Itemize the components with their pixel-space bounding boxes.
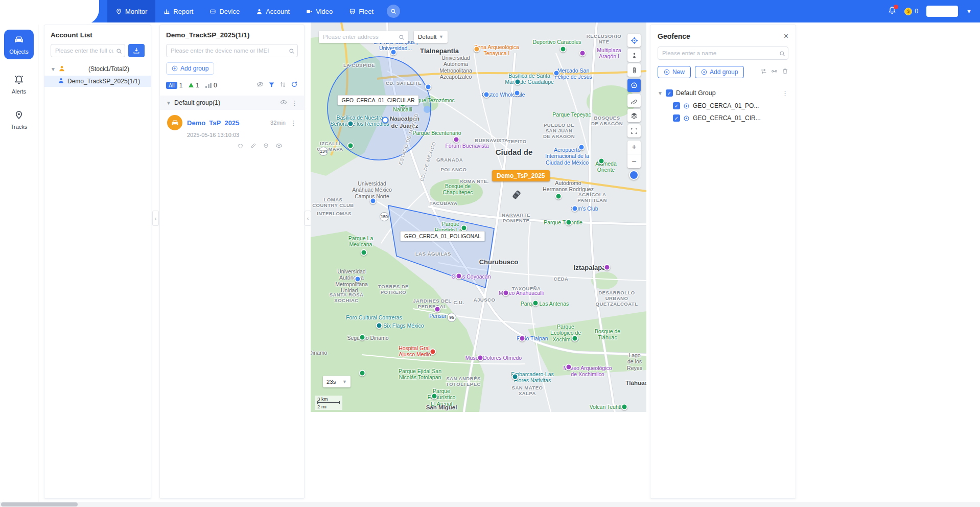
road-shield-label: 134 [319, 147, 328, 156]
search-icon [289, 47, 295, 56]
nav-monitor[interactable]: Monitor [107, 0, 155, 22]
fit-view-button[interactable] [627, 124, 641, 137]
nav-account[interactable]: Account [248, 0, 298, 22]
collapse-device-panel-handle[interactable]: ‹ [305, 211, 311, 226]
sidebar-item-alerts[interactable]: Alerts [0, 75, 38, 95]
nav-device[interactable]: Device [201, 0, 248, 22]
edit-pencil-icon[interactable] [250, 142, 256, 151]
geofence-panel: Geofence × New Add group ▼ [650, 25, 796, 499]
geofence-checkbox-checked[interactable]: ✓ [673, 102, 680, 109]
tree-collapse-caret-icon[interactable]: ▼ [51, 66, 56, 72]
add-group-label: Add group [180, 65, 208, 72]
map-address-search-input[interactable] [319, 31, 408, 43]
transfer-icon[interactable] [760, 67, 767, 77]
device-list-panel: Demo_TrackSP_2025(1/1) Add group All 1 1… [159, 25, 305, 499]
geofence-list-item[interactable]: ✓ GEO_CERCA_01_PO... [658, 100, 788, 112]
device-search-input[interactable] [166, 44, 298, 57]
scrollbar-thumb[interactable] [1, 502, 78, 506]
filter-funnel-icon[interactable] [268, 81, 275, 89]
geofence-circle-icon [683, 115, 690, 122]
geofence-group-more-icon[interactable]: ⋮ [782, 90, 788, 97]
account-tree-root[interactable]: ▼ (Stock1/Total2) [51, 63, 145, 75]
app-logo [0, 0, 99, 25]
refresh-interval-value: 23s [326, 379, 336, 385]
hide-devices-icon[interactable] [256, 81, 264, 89]
map-poi-green-icon [361, 249, 367, 256]
device-more-menu-icon[interactable]: ⋮ [290, 120, 297, 126]
nav-fleet[interactable]: Fleet [341, 0, 382, 22]
group-collapse-caret-icon[interactable]: ▼ [166, 100, 171, 106]
map-poi-purple-icon [604, 264, 611, 271]
map-canvas[interactable]: TlalnepantlaCD. SATÉLITENaucalpan de Juá… [311, 22, 646, 412]
device-filter-bar: All 1 1 0 [166, 81, 298, 89]
street-view-button[interactable] [627, 49, 641, 62]
user-menu[interactable] [926, 6, 958, 17]
sidebar-item-objects[interactable]: Objects [4, 30, 34, 59]
account-list-panel: Account List ▼ (Stock1/Total2) Demo_Trac… [44, 25, 151, 499]
zoom-out-button[interactable]: − [627, 154, 641, 168]
group-more-menu-icon[interactable]: ⋮ [291, 100, 298, 106]
user-menu-caret-icon[interactable]: ▼ [966, 8, 972, 14]
map-poi-blue-icon [553, 70, 560, 77]
filter-all-badge[interactable]: All [166, 82, 177, 89]
group-visibility-eye-icon[interactable] [280, 99, 287, 107]
geofence-group-label: Default Group [676, 89, 716, 97]
collapse-account-panel-handle[interactable]: ‹ [152, 211, 159, 226]
nav-report[interactable]: Report [155, 0, 201, 22]
geofence-tool-button[interactable] [627, 79, 641, 92]
map-poi-green-icon [347, 143, 354, 149]
traffic-button[interactable] [627, 63, 641, 77]
add-geofence-group-button[interactable]: Add group [695, 66, 744, 78]
follow-vehicle-button[interactable] [629, 170, 639, 180]
balance-indicator[interactable]: $ 0 [904, 8, 918, 15]
import-account-button[interactable] [128, 44, 145, 57]
favorite-heart-icon[interactable] [237, 142, 244, 151]
geofence-circle-shape[interactable] [328, 57, 431, 160]
vehicle-map-label[interactable]: Demo_TsP_2025 [492, 170, 550, 181]
group-checkbox-checked[interactable]: ✓ [666, 89, 673, 97]
nav-search-button[interactable] [387, 5, 400, 18]
nav-video[interactable]: Video [298, 0, 341, 22]
signal-bars-icon[interactable] [205, 83, 212, 88]
scale-bar [317, 402, 340, 403]
geofence-search-input[interactable] [658, 47, 788, 60]
customer-search-input[interactable] [51, 44, 125, 57]
locate-button[interactable] [627, 34, 641, 47]
moving-status-icon[interactable] [189, 83, 194, 87]
sidebar-item-tracks[interactable]: Tracks [0, 110, 38, 130]
filter-offline-count: 0 [214, 82, 217, 89]
add-group-button[interactable]: Add group [166, 62, 214, 75]
vehicle-marker[interactable] [511, 189, 522, 202]
monitor-eye-icon[interactable] [275, 142, 283, 151]
map-poi-green-icon [560, 46, 567, 53]
account-tree-item-selected[interactable]: Demo_TrackSP_2025(1/1) [44, 76, 151, 87]
layers-button[interactable] [627, 109, 641, 122]
delete-trash-icon[interactable] [782, 67, 788, 77]
geofence-checkbox-checked[interactable]: ✓ [673, 114, 680, 122]
horizontal-scrollbar[interactable] [0, 502, 980, 507]
close-icon[interactable]: × [784, 32, 788, 40]
map-poi-green-icon [566, 219, 572, 226]
device-list-item[interactable]: Demo_TsP_2025 32min ⋮ 2025-05-16 13:10:0… [166, 110, 298, 155]
nav-device-label: Device [219, 8, 240, 15]
coin-icon: $ [904, 8, 912, 15]
refresh-icon[interactable] [291, 81, 298, 89]
tree-collapse-caret-icon[interactable]: ▼ [658, 90, 663, 96]
map-type-select[interactable]: Default ▼ [414, 31, 448, 43]
refresh-interval-select[interactable]: 23s ▼ [323, 376, 351, 387]
geofence-circle-label[interactable]: GEO_CERCA_01_CIRCULAR [338, 95, 419, 105]
zoom-in-button[interactable]: + [627, 141, 641, 154]
geofence-group-row[interactable]: ▼ ✓ Default Group ⋮ [658, 86, 788, 100]
geofence-list-item[interactable]: ✓ GEO_CERCA_01_CIR... [658, 112, 788, 124]
device-name[interactable]: Demo_TsP_2025 [187, 119, 239, 127]
device-group-header[interactable]: ▼ Default group(1) ⋮ [160, 96, 304, 110]
sort-icon[interactable] [279, 81, 286, 89]
assign-link-icon[interactable] [771, 67, 778, 77]
notification-bell-icon[interactable] [888, 6, 896, 16]
track-location-icon[interactable] [263, 142, 269, 151]
balance-value: 0 [915, 8, 918, 15]
new-geofence-button[interactable]: New [658, 66, 691, 78]
geofence-polygon-label[interactable]: GEO_CERCA_01_POLIGONAL [400, 231, 485, 241]
map-poi-green-icon [431, 393, 438, 400]
measure-ruler-button[interactable] [627, 94, 641, 107]
